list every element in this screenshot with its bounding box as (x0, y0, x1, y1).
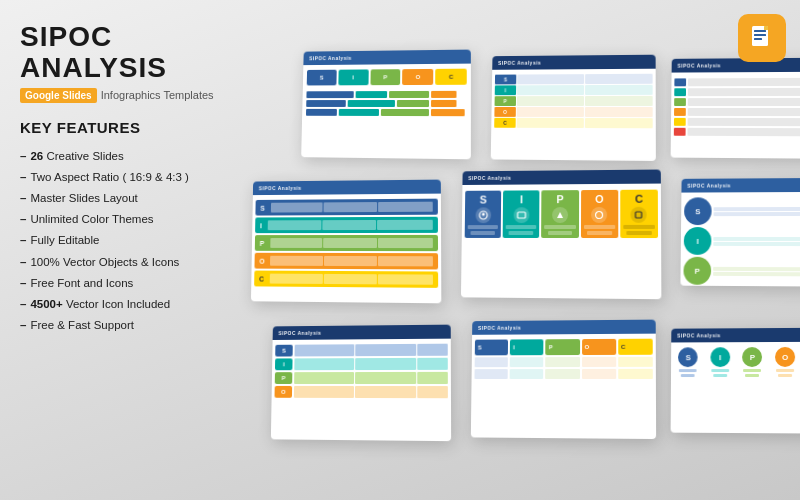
subtitle-text: Infographics Templates (101, 89, 214, 101)
slide-card-9: SIPOC Analysis S I (671, 328, 800, 434)
icon-col: S (678, 347, 698, 377)
content-row (674, 98, 800, 106)
bar-row (306, 109, 467, 116)
dash: – (20, 148, 26, 164)
text-bar (714, 206, 800, 210)
v-sipoc-o: O (254, 253, 438, 270)
v-sipoc-i: I (255, 217, 438, 233)
v-sipoc-bars (271, 202, 433, 213)
small-bar (746, 374, 760, 377)
slide-title-3: SIPOC Analysis (677, 62, 720, 68)
text-bar (713, 241, 800, 245)
svg-rect-2 (754, 34, 766, 36)
v-bar (270, 238, 323, 248)
bar-mini (548, 231, 573, 235)
bar-item (306, 91, 353, 98)
content-row: C (494, 118, 653, 128)
dash: – (20, 232, 26, 248)
svg-point-8 (596, 211, 603, 218)
dash: – (20, 296, 26, 312)
bar (674, 98, 686, 106)
bar-item (432, 91, 457, 98)
slide-content-3 (671, 74, 800, 141)
bar (355, 344, 416, 356)
bar-mini (468, 225, 498, 229)
text-area (713, 257, 800, 286)
sipoc-col-o: O (581, 190, 619, 238)
content-row: S (684, 197, 800, 225)
feature-text: Fully Editable (30, 232, 99, 248)
bar (674, 108, 686, 116)
sipoc-col-i: I (503, 190, 540, 238)
v-sipoc-bars (270, 238, 433, 248)
dash: – (20, 190, 26, 206)
text-bar (713, 271, 800, 275)
content-cell (585, 85, 653, 95)
label-cell: O (494, 107, 516, 117)
bar (688, 78, 800, 86)
slide-header-9: SIPOC Analysis (671, 328, 800, 343)
content-row: P (275, 372, 448, 384)
feature-text: Free Font and Icons (30, 275, 133, 291)
bar (674, 78, 686, 86)
content-row: I (275, 358, 448, 370)
v-sipoc-s: S (255, 199, 437, 216)
bar-item (306, 100, 345, 107)
v-bar (324, 238, 378, 248)
bar (674, 128, 686, 136)
feature-text: Two Aspect Ratio ( 16:9 & 4:3 ) (30, 169, 189, 185)
icon-svg (555, 210, 565, 220)
circle-o: O (775, 347, 795, 367)
key-features-heading: KEY FEATURES (20, 119, 250, 136)
content-row: O (275, 386, 448, 398)
bar-item (389, 91, 430, 98)
slide-card-8: SIPOC Analysis S I P (471, 320, 656, 439)
icon-circle (513, 207, 529, 223)
v-sipoc-bars (268, 220, 433, 230)
sipoc-big-letter: P (556, 193, 563, 205)
slides-preview: SIPOC Analysis S I P O C (240, 50, 800, 490)
v-bar (378, 274, 433, 285)
bar-item (381, 109, 430, 116)
label-cell: C (494, 118, 516, 128)
bars (294, 386, 448, 398)
label-cell: S (495, 75, 516, 85)
slide-title-6: SIPOC Analysis (687, 182, 731, 188)
col-left: S (474, 340, 508, 379)
content-block (546, 369, 580, 379)
col-right1: O (582, 339, 616, 379)
slide-card-7: SIPOC Analysis S I (271, 325, 451, 442)
bars (295, 344, 448, 357)
main-container: SIPOC ANALYSIS Google Slides Infographic… (0, 0, 800, 500)
col-mid2: P (546, 339, 580, 379)
bar (688, 108, 800, 116)
list-item: – 26 Creative Slides (20, 146, 250, 167)
label-p: P (275, 372, 293, 384)
content-row: S (275, 344, 448, 357)
col-mid1: I (510, 339, 544, 379)
bar-mini (545, 225, 576, 229)
sipoc-o: O (402, 69, 433, 85)
svg-rect-3 (754, 38, 762, 40)
bars (294, 372, 448, 384)
content-row (674, 118, 800, 126)
slide-header-5: SIPOC Analysis (462, 170, 660, 185)
content-cell (517, 96, 584, 106)
v-bar (378, 256, 433, 266)
sipoc-label-p: P (546, 339, 580, 355)
slide-title-7: SIPOC Analysis (278, 330, 321, 336)
bar-mini (587, 231, 612, 235)
small-bar (778, 374, 792, 377)
icon-circle (631, 207, 647, 223)
feature-text: 4500+ Vector Icon Included (30, 296, 170, 312)
circle-icon-s: S (684, 197, 712, 225)
sipoc-big-letter: S (480, 194, 487, 206)
bar (688, 88, 800, 96)
v-bar (271, 202, 324, 212)
slide-content-9: S I P (671, 344, 800, 380)
small-bar (679, 369, 697, 372)
bar-mini (584, 225, 615, 229)
slide-content-6: S I P (680, 194, 800, 287)
bar-item (339, 109, 379, 116)
content-block (582, 369, 616, 379)
